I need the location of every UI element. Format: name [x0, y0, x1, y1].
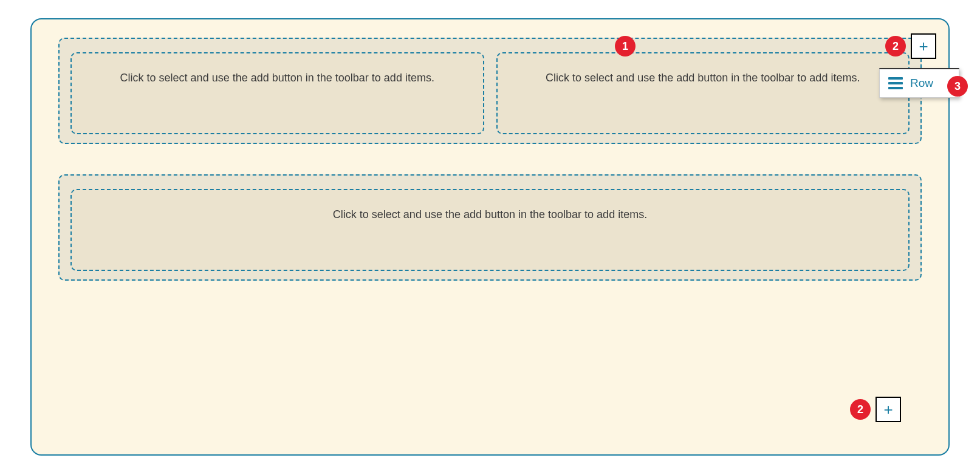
callout-badge-1: 1	[615, 36, 636, 56]
add-button-bottom[interactable]: +	[875, 397, 901, 422]
layout-cell[interactable]: Click to select and use the add button i…	[70, 52, 484, 134]
callout-badge-3: 3	[947, 76, 968, 97]
callout-badge-2-top: 2	[885, 36, 906, 56]
plus-icon: +	[883, 402, 893, 417]
layout-canvas[interactable]: 1 2 3 2 + Row Click to select and use th…	[30, 18, 950, 456]
layout-cell[interactable]: Click to select and use the add button i…	[496, 52, 910, 134]
row-icon	[888, 77, 903, 89]
cell-placeholder-text: Click to select and use the add button i…	[546, 72, 860, 84]
cell-placeholder-text: Click to select and use the add button i…	[333, 208, 647, 221]
plus-icon: +	[919, 38, 928, 54]
layout-cell[interactable]: Click to select and use the add button i…	[70, 189, 910, 271]
dropdown-item-label: Row	[910, 77, 933, 90]
cell-placeholder-text: Click to select and use the add button i…	[120, 72, 434, 84]
layout-row[interactable]: Click to select and use the add button i…	[58, 38, 922, 144]
callout-badge-2-bottom: 2	[850, 399, 871, 420]
layout-row[interactable]: Click to select and use the add button i…	[58, 174, 922, 281]
add-button-top[interactable]: +	[911, 33, 936, 59]
